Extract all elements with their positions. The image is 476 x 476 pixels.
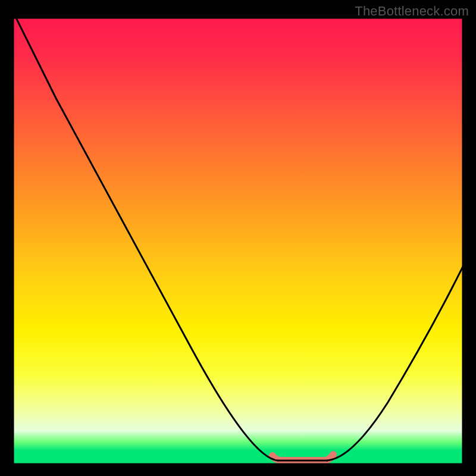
watermark-text: TheBottleneck.com [355, 4, 469, 19]
curve-right-branch [327, 267, 463, 461]
curve-left-branch [16, 18, 278, 461]
chart-frame: TheBottleneck.com [0, 0, 476, 476]
curve-layer [13, 18, 463, 464]
plot-area [13, 18, 463, 464]
